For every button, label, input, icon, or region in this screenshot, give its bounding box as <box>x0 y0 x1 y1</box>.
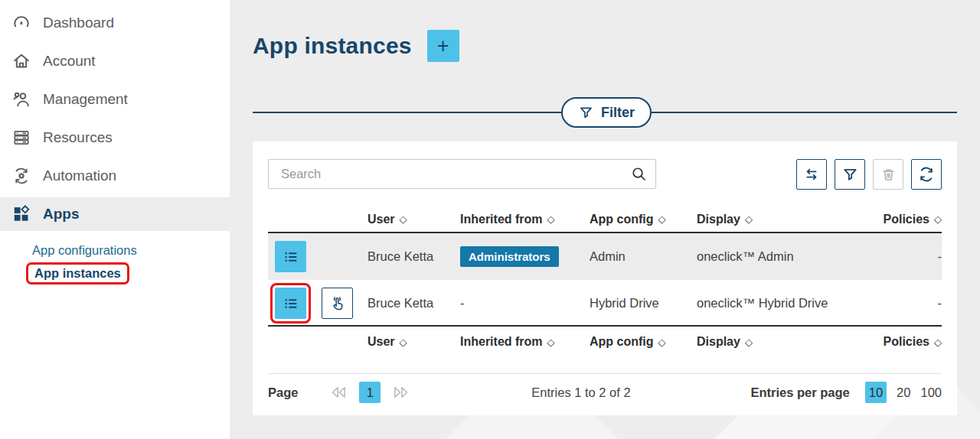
cell-app-config: Hybrid Drive <box>590 296 697 311</box>
sort-icon[interactable] <box>745 213 753 225</box>
row-details-button[interactable] <box>275 288 306 319</box>
column-header-policies: Policies <box>850 335 942 349</box>
cell-app-config: Admin <box>590 249 697 264</box>
cell-user: Bruce Ketta <box>368 296 460 311</box>
sidebar-item-account[interactable]: Account <box>0 42 230 80</box>
cell-inherited-from: Administrators <box>460 246 590 267</box>
funnel-icon <box>578 105 594 121</box>
sidebar-item-label: Apps <box>43 206 80 223</box>
page-title: App instances <box>253 33 412 59</box>
trash-icon <box>880 166 897 184</box>
table-footer-header: User Inherited from App config Display P… <box>268 327 942 357</box>
column-header-app-config: App config <box>590 335 697 349</box>
cell-display: oneclick™ Hybrid Drive <box>697 296 850 311</box>
row-actions <box>268 280 368 327</box>
sidebar-item-apps[interactable]: Apps <box>0 197 230 231</box>
page-label: Page <box>268 385 298 400</box>
sort-icon[interactable] <box>658 337 666 348</box>
app-window: Dashboard Account Management <box>0 0 980 439</box>
main-content: App instances + Filter <box>230 0 980 439</box>
sort-icon[interactable] <box>547 337 555 348</box>
row-actions <box>268 233 368 280</box>
sidebar-item-label: Automation <box>43 167 116 184</box>
delete-button-disabled[interactable] <box>873 159 903 190</box>
swap-icon <box>802 165 821 184</box>
funnel-icon <box>841 166 859 184</box>
sidebar-item-resources[interactable]: Resources <box>0 119 230 157</box>
filter-label: Filter <box>601 105 635 121</box>
list-icon <box>282 294 300 313</box>
cell-policies: - <box>850 296 942 311</box>
sidebar-item-app-instances[interactable]: App instances <box>34 266 121 281</box>
connect-button[interactable] <box>322 288 353 319</box>
filter-toggle-button[interactable]: Filter <box>561 97 652 128</box>
sidebar-item-app-configurations[interactable]: App configurations <box>32 243 230 258</box>
sidebar-item-label: Account <box>43 53 96 70</box>
sidebar-item-label: Dashboard <box>43 15 114 31</box>
page-size-20-button[interactable]: 20 <box>897 385 910 400</box>
table-row: Bruce Ketta - Hybrid Drive oneclick™ Hyb… <box>268 280 942 327</box>
refresh-icon <box>917 165 936 184</box>
search-bar <box>268 159 656 189</box>
search-input[interactable] <box>268 159 656 189</box>
sort-icon[interactable] <box>400 337 407 348</box>
current-page-button[interactable]: 1 <box>359 382 381 403</box>
sidebar-item-management[interactable]: Management <box>0 80 230 119</box>
row-details-button[interactable] <box>275 241 306 272</box>
pagination-bar: Page 1 Entries 1 to 2 of 2 E <box>268 374 942 411</box>
sidebar-sub-links: App configurations App instances <box>0 231 230 285</box>
sidebar-item-label: Management <box>43 91 128 108</box>
column-header-display: Display <box>697 213 850 226</box>
sidebar-item-label: Resources <box>43 129 113 146</box>
group-badge: Administrators <box>460 246 559 267</box>
list-icon <box>282 248 300 266</box>
refresh-button[interactable] <box>911 159 942 190</box>
column-header-user: User <box>368 213 460 226</box>
home-icon <box>11 51 31 72</box>
add-instance-button[interactable]: + <box>427 30 459 62</box>
sort-icon[interactable] <box>934 337 942 348</box>
sort-icon[interactable] <box>658 213 666 225</box>
column-header-app-config: App config <box>590 213 697 226</box>
gear-sync-icon <box>11 166 31 187</box>
table-toolbar <box>796 159 942 190</box>
server-icon <box>11 128 31 148</box>
sidebar-item-automation[interactable]: Automation <box>0 157 230 195</box>
apps-icon <box>11 204 31 225</box>
sidebar-item-dashboard[interactable]: Dashboard <box>0 4 230 42</box>
sort-icon[interactable] <box>934 213 942 225</box>
cell-display: oneclick™ Admin <box>697 249 850 264</box>
entries-summary: Entries 1 to 2 of 2 <box>411 385 750 400</box>
column-header-inherited-from: Inherited from <box>460 213 590 226</box>
column-header-user: User <box>368 335 460 349</box>
column-header-inherited-from: Inherited from <box>460 335 590 349</box>
annotation-highlight: App instances <box>26 262 129 285</box>
table-row: Bruce Ketta Administrators Admin oneclic… <box>268 233 942 280</box>
swap-columns-button[interactable] <box>796 159 827 190</box>
page-size-100-button[interactable]: 100 <box>920 385 942 400</box>
sort-icon[interactable] <box>400 213 407 225</box>
hand-click-icon <box>328 294 347 313</box>
search-icon[interactable] <box>629 164 648 187</box>
sort-icon[interactable] <box>745 337 753 348</box>
instances-panel: User Inherited from App config Display P… <box>253 141 957 415</box>
cell-inherited-from: - <box>460 296 590 311</box>
column-header-display: Display <box>697 335 850 349</box>
table-header: User Inherited from App config Display P… <box>268 206 942 233</box>
next-page-icon[interactable] <box>390 385 411 399</box>
sidebar: Dashboard Account Management <box>0 0 230 439</box>
cell-user: Bruce Ketta <box>368 249 460 264</box>
sort-icon[interactable] <box>547 213 555 225</box>
entries-per-page-label: Entries per page <box>750 385 849 400</box>
cell-policies: - <box>850 249 942 264</box>
filter-table-button[interactable] <box>835 159 865 190</box>
page-size-10-button[interactable]: 10 <box>865 382 887 403</box>
gauge-icon <box>11 13 31 34</box>
column-header-policies: Policies <box>850 213 942 226</box>
users-icon <box>11 89 31 110</box>
previous-page-icon[interactable] <box>328 385 349 399</box>
